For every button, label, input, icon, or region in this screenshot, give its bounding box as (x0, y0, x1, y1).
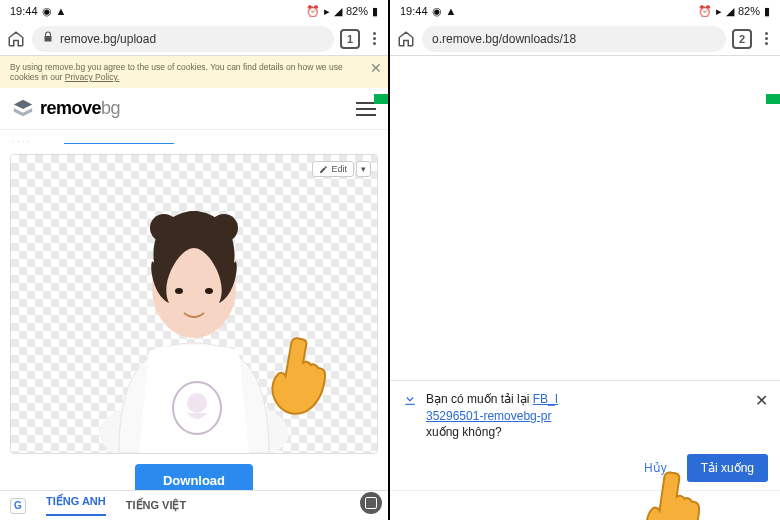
hamburger-icon[interactable] (356, 102, 376, 116)
menu-icon[interactable] (366, 32, 382, 45)
phone-right: 19:44 ◉ ▲ ⏰ ▸ ◢ 82% ▮ o.remove.bg/downlo… (390, 0, 780, 520)
bottom-spacer (390, 490, 780, 520)
svg-point-7 (187, 393, 207, 413)
edit-button[interactable]: Edit (312, 161, 354, 177)
download-prompt: Bạn có muốn tải lại FB_I35296501-removeb… (390, 380, 780, 490)
lang-vietnamese[interactable]: TIẾNG VIỆT (126, 499, 186, 512)
phone-left: 19:44 ◉ ▲ ⏰ ▸ ◢ 82% ▮ remove.bg/upload (0, 0, 390, 520)
translate-bar: G TIẾNG ANH TIẾNG VIỆT (0, 490, 388, 520)
alarm-icon: ⏰ (306, 5, 320, 18)
brand-logo[interactable]: removebg (12, 98, 120, 120)
wifi-icon: ▸ (716, 5, 722, 18)
close-icon[interactable]: ✕ (370, 60, 382, 77)
url-text: remove.bg/upload (60, 32, 156, 46)
tabs-button[interactable]: 1 (340, 29, 360, 49)
alarm-icon: ⏰ (698, 5, 712, 18)
status-bar: 19:44 ◉ ▲ ⏰ ▸ ◢ 82% ▮ (0, 0, 388, 22)
url-bar[interactable]: remove.bg/upload (32, 26, 334, 52)
url-text: o.remove.bg/downloads/18 (432, 32, 576, 46)
signal-icon: ◢ (726, 5, 734, 18)
status-time: 19:44 (10, 5, 38, 17)
page-body: Bạn có muốn tải lại FB_I35296501-removeb… (390, 56, 780, 520)
cancel-button[interactable]: Hủy (634, 455, 677, 481)
wifi-icon: ▸ (324, 5, 330, 18)
google-icon[interactable]: G (10, 498, 26, 514)
tab-removed[interactable] (64, 136, 174, 144)
svg-point-2 (150, 214, 178, 242)
browser-toolbar: remove.bg/upload 1 (0, 22, 388, 56)
home-icon[interactable] (6, 29, 26, 49)
status-bar: 19:44 ◉ ▲ ⏰ ▸ ◢ 82% ▮ (390, 0, 780, 22)
lock-icon (42, 31, 54, 46)
home-icon[interactable] (396, 29, 416, 49)
privacy-link[interactable]: Privacy Policy. (65, 72, 120, 82)
menu-icon[interactable] (758, 32, 774, 45)
green-tag (766, 94, 780, 104)
triangle-icon: ▲ (446, 5, 457, 17)
floating-tab-icon[interactable] (360, 492, 382, 514)
status-battery: 82% (738, 5, 760, 17)
url-bar[interactable]: o.remove.bg/downloads/18 (422, 26, 726, 52)
svg-point-4 (175, 288, 183, 294)
notification-icon: ◉ (42, 5, 52, 18)
download-confirm-button[interactable]: Tải xuống (687, 454, 768, 482)
download-message: Bạn có muốn tải lại FB_I35296501-removeb… (426, 391, 747, 440)
cookie-banner: By using remove.bg you agree to the use … (0, 56, 388, 88)
status-time: 19:44 (400, 5, 428, 17)
site-header: removebg (0, 88, 388, 130)
status-battery: 82% (346, 5, 368, 17)
signal-icon: ◢ (334, 5, 342, 18)
green-tag (374, 94, 388, 104)
result-tabs: · · · · (0, 130, 388, 150)
close-icon[interactable]: ✕ (755, 391, 768, 410)
result-image (89, 193, 299, 453)
chevron-down-icon[interactable]: ▾ (356, 161, 371, 177)
battery-icon: ▮ (764, 5, 770, 18)
lang-english[interactable]: TIẾNG ANH (46, 495, 106, 516)
svg-point-5 (205, 288, 213, 294)
tabs-button[interactable]: 2 (732, 29, 752, 49)
svg-point-3 (210, 214, 238, 242)
browser-toolbar: o.remove.bg/downloads/18 2 (390, 22, 780, 56)
battery-icon: ▮ (372, 5, 378, 18)
image-editor: Edit ▾ (10, 154, 378, 454)
download-icon (402, 391, 418, 411)
notification-icon: ◉ (432, 5, 442, 18)
tab-original[interactable]: · · · · (12, 136, 52, 144)
triangle-icon: ▲ (56, 5, 67, 17)
